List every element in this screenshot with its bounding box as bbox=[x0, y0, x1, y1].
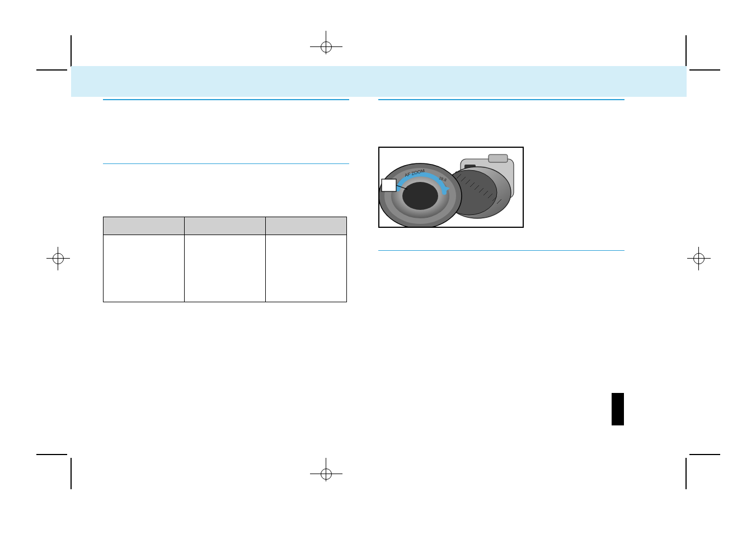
crop-mark bbox=[689, 454, 720, 455]
crop-mark bbox=[71, 458, 72, 489]
camera-lens-illustration: AF ZOOM 28.8 bbox=[379, 148, 524, 228]
table-header-row bbox=[104, 217, 347, 235]
right-heading-1 bbox=[378, 89, 624, 98]
left-heading-2 bbox=[103, 163, 349, 172]
left-paragraph-2 bbox=[103, 184, 349, 212]
crop-mark bbox=[71, 35, 72, 67]
svg-rect-23 bbox=[382, 179, 396, 191]
left-column bbox=[103, 89, 349, 310]
crop-mark bbox=[689, 69, 720, 71]
camera-figure: AF ZOOM 28.8 bbox=[378, 147, 524, 228]
left-heading-1 bbox=[103, 89, 349, 98]
table-cell bbox=[185, 235, 266, 302]
registration-mark-top bbox=[310, 31, 342, 54]
table-header bbox=[266, 217, 347, 235]
crop-mark bbox=[685, 35, 687, 67]
registration-mark-left bbox=[46, 247, 70, 270]
spec-table bbox=[103, 217, 347, 302]
table-cell bbox=[104, 235, 185, 302]
crop-mark bbox=[36, 69, 67, 71]
page-spread: AF ZOOM 28.8 bbox=[0, 0, 756, 534]
table-header bbox=[104, 217, 185, 235]
svg-point-19 bbox=[402, 182, 438, 210]
left-paragraph-1 bbox=[103, 111, 349, 156]
right-heading-2 bbox=[378, 245, 624, 254]
crop-mark bbox=[36, 454, 67, 455]
registration-mark-bottom bbox=[310, 458, 342, 481]
registration-mark-right bbox=[687, 247, 711, 270]
section-tab bbox=[612, 393, 624, 425]
table-cell bbox=[266, 235, 347, 302]
table-row bbox=[104, 235, 347, 302]
right-paragraph-1 bbox=[378, 111, 624, 139]
svg-rect-1 bbox=[489, 154, 508, 162]
crop-mark bbox=[685, 458, 687, 489]
table-header bbox=[185, 217, 266, 235]
